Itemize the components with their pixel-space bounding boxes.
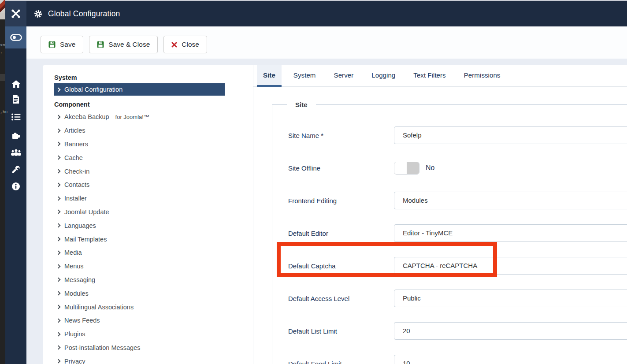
background-band xyxy=(0,13,5,19)
chevron-right-icon xyxy=(56,169,61,174)
main-panel: SiteSystemServerLoggingText FiltersPermi… xyxy=(253,65,627,364)
save-close-button[interactable]: Save & Close xyxy=(89,36,158,53)
sidebar-item-toggle-switch[interactable] xyxy=(5,26,26,48)
select-default-feed-limit[interactable]: 10 xyxy=(394,355,627,364)
field-label: Default List Limit xyxy=(288,327,394,335)
text-input-site-name[interactable]: Sofelp xyxy=(394,126,627,144)
tree-item-label: Check-in xyxy=(64,168,89,175)
tree-item-contacts[interactable]: Contacts xyxy=(54,178,225,192)
toggle-value-label: No xyxy=(426,164,434,172)
form-row-frontend-editing: Frontend EditingModules xyxy=(288,192,627,209)
sidebar xyxy=(5,26,26,364)
field-label: Frontend Editing xyxy=(288,197,394,204)
save-icon xyxy=(97,41,104,48)
tree-item-installer[interactable]: Installer xyxy=(54,192,225,205)
tree-item-media[interactable]: Media xyxy=(54,246,225,260)
gear-icon xyxy=(34,10,42,18)
tree-item-label: Media xyxy=(64,249,82,256)
tree-item-label: Global Configuration xyxy=(64,86,122,93)
tree-item-label: Cache xyxy=(64,154,83,161)
tree-item-label: Languages xyxy=(64,222,96,229)
tab-text-filters[interactable]: Text Filters xyxy=(407,65,452,87)
select-default-list-limit[interactable]: 20 xyxy=(394,322,627,340)
chevron-right-icon xyxy=(56,332,61,336)
sidebar-item-puzzle-piece[interactable] xyxy=(5,126,26,144)
topbar: Global Configuration xyxy=(5,1,627,26)
tree-item-news-feeds[interactable]: News Feeds xyxy=(54,314,225,327)
background-text-fragment: ,bu xyxy=(0,109,7,114)
select-default-editor[interactable]: Editor - TinyMCE xyxy=(394,224,627,242)
tab-permissions[interactable]: Permissions xyxy=(458,65,507,87)
tab-logging[interactable]: Logging xyxy=(365,65,401,87)
tab-server[interactable]: Server xyxy=(328,65,360,87)
form-row-default-feed-limit: Default Feed Limit10 xyxy=(288,355,627,364)
wrench-icon xyxy=(11,165,20,174)
tree-item-banners[interactable]: Banners xyxy=(54,137,225,151)
button-label: Save xyxy=(60,41,75,48)
tree-item-multilingual-associations[interactable]: Multilingual Associations xyxy=(54,300,225,314)
tree-item-check-in[interactable]: Check-in xyxy=(54,164,225,178)
background-band xyxy=(0,74,5,81)
chevron-right-icon xyxy=(56,210,61,214)
form-row-site-name: Site Name *Sofelp xyxy=(288,126,627,144)
button-label: Close xyxy=(182,41,199,48)
field-label: Default Feed Limit xyxy=(288,360,394,364)
form-row-default-list-limit: Default List Limit20 xyxy=(288,322,627,340)
tree-item-label: Banners xyxy=(64,141,88,148)
tree-item-cache[interactable]: Cache xyxy=(54,151,225,164)
sidebar-item-list[interactable] xyxy=(5,108,26,126)
tree-item-post-installation-messages[interactable]: Post-installation Messages xyxy=(54,341,225,355)
select-default-captcha[interactable]: CAPTCHA - reCAPTCHA xyxy=(394,257,627,275)
chevron-right-icon xyxy=(56,318,61,323)
chevron-right-icon xyxy=(56,115,61,119)
tree-group-header: Component xyxy=(54,101,244,108)
tree-item-global-configuration[interactable]: Global Configuration xyxy=(54,83,225,96)
tree-item-mail-templates[interactable]: Mail Templates xyxy=(54,232,225,246)
chevron-right-icon xyxy=(56,182,61,187)
form-row-default-access-level: Default Access LevelPublic xyxy=(288,290,627,307)
tree-item-plugins[interactable]: Plugins xyxy=(54,327,225,341)
background-text-fragment: : xyxy=(0,50,3,55)
save-button[interactable]: Save xyxy=(41,36,83,53)
content-card: SystemGlobal ConfigurationComponentAkeeb… xyxy=(43,65,627,364)
tree-item-label: Post-installation Messages xyxy=(64,344,140,351)
tree-item-messaging[interactable]: Messaging xyxy=(54,273,225,287)
chevron-right-icon xyxy=(56,278,61,282)
tab-system[interactable]: System xyxy=(287,65,322,87)
sidebar-item-wrench[interactable] xyxy=(5,161,26,178)
tree-item-label: Multilingual Associations xyxy=(64,304,134,311)
screen: xm : ,bu Global Configuration SaveSave &… xyxy=(0,0,627,364)
tree-item-label: News Feeds xyxy=(64,317,100,324)
tree-item-menus[interactable]: Menus xyxy=(54,260,225,273)
toggle-knob xyxy=(394,162,407,174)
sidebar-item-home[interactable] xyxy=(5,75,26,93)
tree-item-languages[interactable]: Languages xyxy=(54,219,225,232)
tree-item-label: Installer xyxy=(64,195,87,202)
chevron-right-icon xyxy=(56,237,61,241)
sidebar-item-document[interactable] xyxy=(5,90,26,108)
sidebar-item-users[interactable] xyxy=(5,143,26,161)
select-default-access-level[interactable]: Public xyxy=(394,290,627,307)
toggle-switch[interactable] xyxy=(394,162,419,175)
tree-item-articles[interactable]: Articles xyxy=(54,124,225,137)
sidebar-item-info-circle[interactable] xyxy=(5,178,26,195)
list-icon xyxy=(11,113,21,121)
chevron-right-icon xyxy=(56,156,61,160)
field-label: Site Offline xyxy=(288,164,394,172)
close-button[interactable]: Close xyxy=(163,36,207,53)
select-frontend-editing[interactable]: Modules xyxy=(394,192,627,209)
joomla-logo[interactable] xyxy=(5,1,26,26)
users-icon xyxy=(11,149,22,156)
tree-item-joomla-update[interactable]: Joomla! Update xyxy=(54,205,225,219)
tree-item-akeeba-backup[interactable]: Akeeba Backupfor Joomla!™ xyxy=(54,110,225,124)
chevron-right-icon xyxy=(56,87,61,92)
tab-site[interactable]: Site xyxy=(257,65,282,87)
background-text-fragment: xm xyxy=(0,42,5,47)
tree-item-privacy[interactable]: Privacy xyxy=(54,354,225,364)
document-icon xyxy=(12,95,19,104)
field-label: Default Access Level xyxy=(288,295,394,302)
toolbar: SaveSave & CloseClose xyxy=(26,26,627,59)
chevron-right-icon xyxy=(56,250,61,255)
tree-item-modules[interactable]: Modules xyxy=(54,286,225,300)
button-label: Save & Close xyxy=(108,41,150,48)
